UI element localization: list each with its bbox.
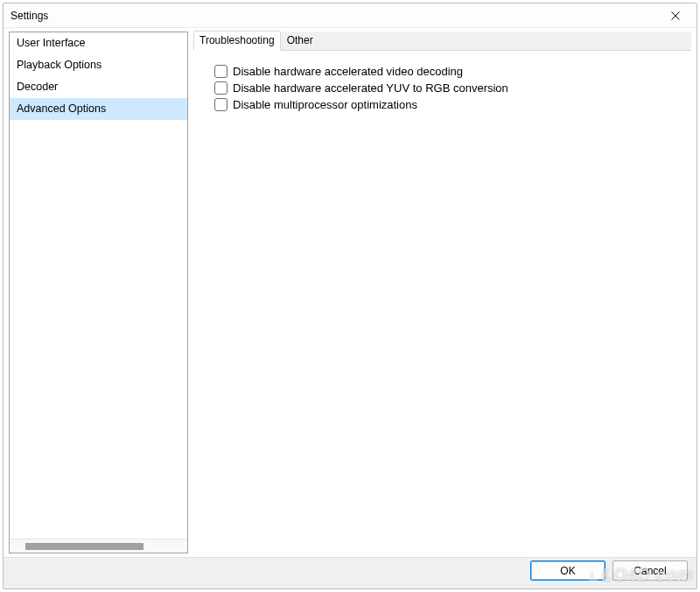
checkbox-row-disable-multiprocessor: Disable multiprocessor optimizations: [214, 98, 682, 111]
close-button[interactable]: [658, 5, 693, 26]
tab-label: Troubleshooting: [200, 34, 275, 46]
sidebar-item-label: Playback Options: [17, 59, 102, 71]
checkbox-disable-hw-yuv-rgb[interactable]: [214, 81, 228, 95]
sidebar-item-decoder[interactable]: Decoder: [10, 76, 187, 98]
titlebar: Settings: [4, 4, 696, 28]
main-panel: Troubleshooting Other Disable hardware a…: [188, 28, 696, 557]
tab-troubleshooting[interactable]: Troubleshooting: [193, 31, 281, 51]
checkbox-label: Disable hardware accelerated YUV to RGB …: [233, 81, 508, 95]
button-label: Cancel: [634, 565, 666, 577]
sidebar-item-label: User Interface: [17, 37, 86, 49]
checkbox-row-disable-hw-yuv-rgb: Disable hardware accelerated YUV to RGB …: [214, 81, 682, 95]
sidebar-horizontal-scrollbar[interactable]: [10, 539, 187, 553]
cancel-button[interactable]: Cancel: [612, 560, 688, 581]
tab-label: Other: [287, 34, 313, 46]
window-title: Settings: [10, 10, 658, 22]
tab-other[interactable]: Other: [281, 31, 319, 51]
checkbox-disable-multiprocessor[interactable]: [214, 98, 228, 111]
checkbox-disable-hw-video-decoding[interactable]: [214, 65, 228, 78]
checkbox-label: Disable hardware accelerated video decod…: [233, 65, 463, 78]
sidebar-item-label: Decoder: [17, 81, 58, 93]
ok-button[interactable]: OK: [530, 560, 606, 581]
button-label: OK: [560, 565, 575, 577]
sidebar-item-advanced-options[interactable]: Advanced Options: [10, 98, 187, 120]
tab-content: Disable hardware accelerated video decod…: [193, 51, 691, 553]
scrollbar-thumb[interactable]: [25, 543, 144, 550]
settings-window: Settings User Interface Playback Options…: [3, 3, 697, 589]
close-icon: [671, 11, 680, 20]
category-list: User Interface Playback Options Decoder …: [10, 32, 187, 539]
content-area: User Interface Playback Options Decoder …: [4, 28, 696, 557]
category-sidebar: User Interface Playback Options Decoder …: [9, 32, 188, 553]
tab-strip: Troubleshooting Other: [193, 32, 691, 51]
sidebar-item-label: Advanced Options: [17, 102, 106, 115]
sidebar-item-user-interface[interactable]: User Interface: [10, 32, 187, 54]
checkbox-label: Disable multiprocessor optimizations: [233, 98, 417, 111]
sidebar-item-playback-options[interactable]: Playback Options: [10, 54, 187, 76]
dialog-footer: OK Cancel: [4, 557, 696, 588]
checkbox-row-disable-hw-video-decoding: Disable hardware accelerated video decod…: [214, 65, 682, 78]
